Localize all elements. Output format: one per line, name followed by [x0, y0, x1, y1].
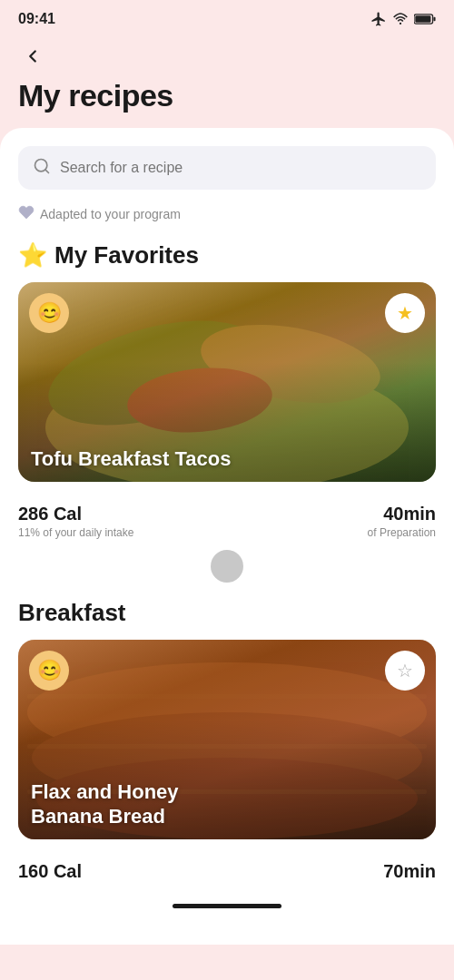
breakfast-section-title: Breakfast — [0, 599, 454, 640]
wifi-icon — [392, 11, 409, 27]
taco-calories: 286 Cal — [18, 504, 133, 524]
taco-recipe-meta: 286 Cal 11% of your daily intake 40min o… — [0, 493, 454, 546]
taco-emoji-badge: 😊 — [29, 293, 69, 333]
bread-favorite-button[interactable]: ☆ — [385, 651, 425, 691]
search-bar[interactable] — [18, 146, 436, 190]
svg-rect-12 — [27, 694, 427, 699]
search-icon — [33, 157, 51, 179]
favorites-star-icon: ⭐ — [18, 241, 47, 270]
bread-calories: 160 Cal — [18, 861, 82, 882]
battery-icon — [414, 13, 436, 25]
adapted-text: Adapted to your program — [40, 207, 181, 221]
scroll-dot — [211, 550, 243, 583]
header: My recipes — [0, 34, 454, 128]
taco-time-sub: of Preparation — [368, 526, 436, 539]
svg-rect-13 — [27, 744, 427, 749]
main-content: Adapted to your program ⭐ My Favorites 😊… — [0, 128, 454, 945]
bread-cal-info: 160 Cal — [18, 861, 82, 882]
taco-favorite-button[interactable]: ★ — [385, 293, 425, 333]
favorites-section-title: ⭐ My Favorites — [0, 241, 454, 282]
favorites-section: ⭐ My Favorites 😊 ★ Tofu Breakfast Tacos — [0, 241, 454, 592]
svg-rect-2 — [433, 17, 435, 21]
taco-time: 40min — [368, 504, 436, 524]
bread-recipe-name: Flax and HoneyBanana Bread — [31, 780, 423, 828]
search-input[interactable] — [60, 160, 421, 176]
taco-recipe-card[interactable]: 😊 ★ Tofu Breakfast Tacos — [18, 282, 436, 482]
status-time: 09:41 — [18, 11, 55, 27]
taco-cal-info: 286 Cal 11% of your daily intake — [18, 504, 133, 539]
bread-time-info: 70min — [383, 861, 436, 882]
adapted-tag: Adapted to your program — [0, 204, 454, 241]
taco-star-filled-icon: ★ — [397, 302, 413, 324]
search-container — [18, 146, 436, 190]
back-button[interactable] — [18, 42, 47, 71]
bread-emoji-badge: 😊 — [29, 651, 69, 691]
home-bar — [173, 904, 281, 908]
taco-time-info: 40min of Preparation — [368, 504, 436, 539]
status-icons — [370, 11, 436, 27]
bread-recipe-meta: 160 Cal 70min — [0, 850, 454, 889]
svg-rect-1 — [415, 15, 430, 23]
taco-recipe-overlay: Tofu Breakfast Tacos — [18, 436, 436, 482]
status-bar: 09:41 — [0, 0, 454, 34]
bread-recipe-card[interactable]: 😊 ☆ Flax and HoneyBanana Bread — [18, 640, 436, 839]
breakfast-section: Breakfast 😊 ☆ Flax and HoneyBanana Bre — [0, 592, 454, 889]
favorites-label: My Favorites — [54, 241, 199, 270]
bread-time: 70min — [383, 861, 436, 882]
bread-star-outline-icon: ☆ — [397, 660, 413, 681]
svg-line-4 — [45, 170, 49, 173]
page-title: My recipes — [18, 78, 436, 113]
home-indicator — [0, 889, 454, 916]
bread-recipe-overlay: Flax and HoneyBanana Bread — [18, 769, 436, 839]
airplane-icon — [370, 11, 387, 27]
scroll-indicator — [0, 546, 454, 592]
taco-cal-sub: 11% of your daily intake — [18, 526, 133, 539]
taco-recipe-name: Tofu Breakfast Tacos — [31, 447, 423, 471]
heart-icon — [18, 204, 35, 223]
